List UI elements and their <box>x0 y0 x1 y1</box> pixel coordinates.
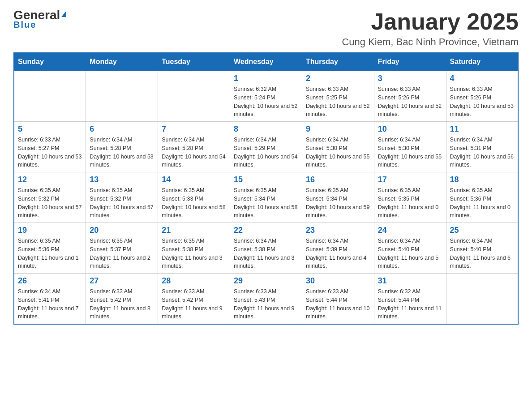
calendar-day-header: Tuesday <box>158 53 230 71</box>
day-info: Sunrise: 6:32 AM Sunset: 5:24 PM Dayligh… <box>234 85 298 119</box>
day-number: 12 <box>18 175 82 184</box>
calendar-day-cell: 3Sunrise: 6:33 AM Sunset: 5:26 PM Daylig… <box>374 71 446 122</box>
day-number: 6 <box>90 124 154 134</box>
calendar-day-cell: 4Sunrise: 6:33 AM Sunset: 5:26 PM Daylig… <box>446 71 518 122</box>
day-info: Sunrise: 6:33 AM Sunset: 5:42 PM Dayligh… <box>162 287 226 321</box>
calendar-day-header: Friday <box>374 53 446 71</box>
day-number: 15 <box>234 175 298 184</box>
logo-blue-text: Blue <box>13 20 36 30</box>
calendar-day-cell: 23Sunrise: 6:34 AM Sunset: 5:39 PM Dayli… <box>302 223 374 274</box>
calendar-day-cell <box>446 274 518 325</box>
day-info: Sunrise: 6:35 AM Sunset: 5:34 PM Dayligh… <box>234 186 298 220</box>
day-number: 22 <box>234 226 298 235</box>
calendar-day-cell: 15Sunrise: 6:35 AM Sunset: 5:34 PM Dayli… <box>230 172 302 223</box>
day-number: 31 <box>378 276 442 286</box>
calendar-day-header: Saturday <box>446 53 518 71</box>
page-header: General Blue January 2025 Cung Kiem, Bac… <box>13 9 519 48</box>
day-info: Sunrise: 6:32 AM Sunset: 5:44 PM Dayligh… <box>378 287 442 321</box>
calendar-day-cell: 2Sunrise: 6:33 AM Sunset: 5:25 PM Daylig… <box>302 71 374 122</box>
calendar-day-cell: 6Sunrise: 6:34 AM Sunset: 5:28 PM Daylig… <box>86 122 158 172</box>
calendar-day-cell: 28Sunrise: 6:33 AM Sunset: 5:42 PM Dayli… <box>158 274 230 325</box>
calendar-day-cell: 16Sunrise: 6:35 AM Sunset: 5:34 PM Dayli… <box>302 172 374 223</box>
day-number: 25 <box>450 226 514 235</box>
calendar-week-row: 26Sunrise: 6:34 AM Sunset: 5:41 PM Dayli… <box>14 274 518 325</box>
day-number: 30 <box>306 276 370 286</box>
day-number: 1 <box>234 74 298 83</box>
day-info: Sunrise: 6:34 AM Sunset: 5:40 PM Dayligh… <box>450 237 514 270</box>
day-number: 18 <box>450 175 514 184</box>
day-info: Sunrise: 6:35 AM Sunset: 5:32 PM Dayligh… <box>18 186 82 220</box>
day-info: Sunrise: 6:34 AM Sunset: 5:28 PM Dayligh… <box>90 136 154 169</box>
calendar-week-row: 19Sunrise: 6:35 AM Sunset: 5:36 PM Dayli… <box>14 223 518 274</box>
day-info: Sunrise: 6:34 AM Sunset: 5:30 PM Dayligh… <box>306 136 370 169</box>
calendar-day-cell: 12Sunrise: 6:35 AM Sunset: 5:32 PM Dayli… <box>14 172 86 223</box>
subtitle: Cung Kiem, Bac Ninh Province, Vietnam <box>342 36 519 48</box>
calendar-day-cell: 19Sunrise: 6:35 AM Sunset: 5:36 PM Dayli… <box>14 223 86 274</box>
calendar-day-cell: 22Sunrise: 6:34 AM Sunset: 5:38 PM Dayli… <box>230 223 302 274</box>
calendar-day-header: Thursday <box>302 53 374 71</box>
day-info: Sunrise: 6:33 AM Sunset: 5:26 PM Dayligh… <box>378 85 442 119</box>
day-info: Sunrise: 6:34 AM Sunset: 5:29 PM Dayligh… <box>234 136 298 169</box>
calendar-day-cell <box>158 71 230 122</box>
calendar-table: SundayMondayTuesdayWednesdayThursdayFrid… <box>13 52 519 325</box>
day-info: Sunrise: 6:35 AM Sunset: 5:35 PM Dayligh… <box>378 186 442 220</box>
calendar-day-header: Wednesday <box>230 53 302 71</box>
day-number: 17 <box>378 175 442 184</box>
calendar-day-cell <box>86 71 158 122</box>
calendar-week-row: 12Sunrise: 6:35 AM Sunset: 5:32 PM Dayli… <box>14 172 518 223</box>
day-info: Sunrise: 6:33 AM Sunset: 5:43 PM Dayligh… <box>234 287 298 321</box>
day-info: Sunrise: 6:33 AM Sunset: 5:25 PM Dayligh… <box>306 85 370 119</box>
day-info: Sunrise: 6:34 AM Sunset: 5:39 PM Dayligh… <box>306 237 370 270</box>
title-section: January 2025 Cung Kiem, Bac Ninh Provinc… <box>342 9 519 48</box>
calendar-header-row: SundayMondayTuesdayWednesdayThursdayFrid… <box>14 53 518 71</box>
calendar-day-cell: 7Sunrise: 6:34 AM Sunset: 5:28 PM Daylig… <box>158 122 230 172</box>
calendar-day-cell: 18Sunrise: 6:35 AM Sunset: 5:36 PM Dayli… <box>446 172 518 223</box>
calendar-day-cell: 10Sunrise: 6:34 AM Sunset: 5:30 PM Dayli… <box>374 122 446 172</box>
calendar-day-cell: 5Sunrise: 6:33 AM Sunset: 5:27 PM Daylig… <box>14 122 86 172</box>
day-info: Sunrise: 6:35 AM Sunset: 5:36 PM Dayligh… <box>18 237 82 270</box>
day-info: Sunrise: 6:34 AM Sunset: 5:38 PM Dayligh… <box>234 237 298 270</box>
calendar-day-cell: 11Sunrise: 6:34 AM Sunset: 5:31 PM Dayli… <box>446 122 518 172</box>
calendar-day-cell <box>14 71 86 122</box>
day-info: Sunrise: 6:34 AM Sunset: 5:41 PM Dayligh… <box>18 287 82 321</box>
day-number: 16 <box>306 175 370 184</box>
day-number: 7 <box>162 124 226 134</box>
calendar-day-cell: 24Sunrise: 6:34 AM Sunset: 5:40 PM Dayli… <box>374 223 446 274</box>
day-number: 13 <box>90 175 154 184</box>
calendar-day-cell: 8Sunrise: 6:34 AM Sunset: 5:29 PM Daylig… <box>230 122 302 172</box>
day-number: 10 <box>378 124 442 134</box>
calendar-day-header: Sunday <box>14 53 86 71</box>
day-info: Sunrise: 6:33 AM Sunset: 5:42 PM Dayligh… <box>90 287 154 321</box>
day-number: 29 <box>234 276 298 286</box>
day-number: 20 <box>90 226 154 235</box>
calendar-day-cell: 9Sunrise: 6:34 AM Sunset: 5:30 PM Daylig… <box>302 122 374 172</box>
day-number: 3 <box>378 74 442 83</box>
calendar-day-cell: 1Sunrise: 6:32 AM Sunset: 5:24 PM Daylig… <box>230 71 302 122</box>
day-info: Sunrise: 6:35 AM Sunset: 5:33 PM Dayligh… <box>162 186 226 220</box>
day-info: Sunrise: 6:35 AM Sunset: 5:38 PM Dayligh… <box>162 237 226 270</box>
day-info: Sunrise: 6:35 AM Sunset: 5:37 PM Dayligh… <box>90 237 154 270</box>
day-number: 8 <box>234 124 298 134</box>
day-info: Sunrise: 6:35 AM Sunset: 5:36 PM Dayligh… <box>450 186 514 220</box>
day-number: 4 <box>450 74 514 83</box>
day-number: 21 <box>162 226 226 235</box>
day-number: 9 <box>306 124 370 134</box>
calendar-day-cell: 21Sunrise: 6:35 AM Sunset: 5:38 PM Dayli… <box>158 223 230 274</box>
day-info: Sunrise: 6:34 AM Sunset: 5:28 PM Dayligh… <box>162 136 226 169</box>
day-info: Sunrise: 6:34 AM Sunset: 5:30 PM Dayligh… <box>378 136 442 169</box>
day-info: Sunrise: 6:33 AM Sunset: 5:26 PM Dayligh… <box>450 85 514 119</box>
calendar-week-row: 5Sunrise: 6:33 AM Sunset: 5:27 PM Daylig… <box>14 122 518 172</box>
calendar-day-cell: 20Sunrise: 6:35 AM Sunset: 5:37 PM Dayli… <box>86 223 158 274</box>
day-info: Sunrise: 6:34 AM Sunset: 5:31 PM Dayligh… <box>450 136 514 169</box>
day-number: 5 <box>18 124 82 134</box>
logo: General Blue <box>13 9 66 30</box>
day-number: 27 <box>90 276 154 286</box>
day-number: 28 <box>162 276 226 286</box>
main-title: January 2025 <box>342 9 519 34</box>
day-info: Sunrise: 6:34 AM Sunset: 5:40 PM Dayligh… <box>378 237 442 270</box>
day-info: Sunrise: 6:35 AM Sunset: 5:32 PM Dayligh… <box>90 186 154 220</box>
day-number: 11 <box>450 124 514 134</box>
day-number: 24 <box>378 226 442 235</box>
calendar-day-cell: 13Sunrise: 6:35 AM Sunset: 5:32 PM Dayli… <box>86 172 158 223</box>
logo-triangle-icon <box>61 11 66 17</box>
